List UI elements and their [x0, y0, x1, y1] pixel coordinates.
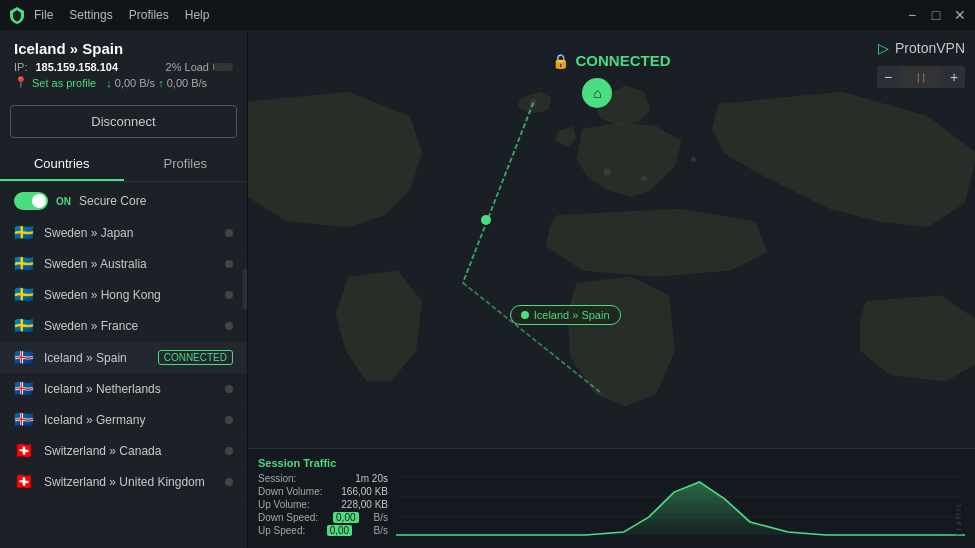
ip-row: IP: 185.159.158.104 2% Load — [14, 61, 233, 73]
server-list: 🇸🇪 Sweden » Japan 🇸🇪 Sweden » Australia … — [0, 218, 247, 548]
secure-core-toggle[interactable] — [14, 192, 48, 210]
menu-profiles[interactable]: Profiles — [129, 8, 169, 22]
map-connected-status: 🔒 CONNECTED — [552, 52, 670, 69]
brand-name: ProtonVPN — [895, 40, 965, 56]
list-item[interactable]: 🇸🇪 Sweden » Japan — [0, 218, 247, 249]
up-speed-label: Up Speed: — [258, 525, 305, 536]
secure-core-label: Secure Core — [79, 194, 146, 208]
svg-point-2 — [641, 175, 647, 181]
sidebar-tabs: Countries Profiles — [0, 148, 247, 182]
list-item-active[interactable]: 🇮🇸 Iceland » Spain CONNECTED — [0, 342, 247, 374]
server-dot — [225, 260, 233, 268]
up-speed-unit: B/s — [374, 525, 388, 536]
chart-y-label: Traffic — [954, 457, 963, 537]
sidebar: Iceland » Spain IP: 185.159.158.104 2% L… — [0, 30, 248, 548]
list-item[interactable]: 🇨🇭 Switzerland » United Kingdom — [0, 467, 247, 498]
titlebar-menu: File Settings Profiles Help — [34, 8, 209, 22]
server-name: Sweden » Japan — [44, 226, 215, 240]
window-controls: − □ ✕ — [905, 8, 967, 22]
traffic-chart: Traffic — [396, 457, 965, 537]
list-item[interactable]: 🇮🇸 Iceland » Germany — [0, 405, 247, 436]
down-speed-unit: B/s — [374, 512, 388, 523]
home-icon: ⌂ — [593, 85, 601, 101]
session-label: Session: — [258, 473, 296, 484]
server-name: Iceland » Germany — [44, 413, 215, 427]
svg-point-1 — [603, 168, 610, 175]
location-dot — [521, 311, 529, 319]
traffic-title: Session Traffic — [258, 457, 388, 469]
server-dot — [225, 447, 233, 455]
down-vol-value: 166,00 KB — [341, 486, 388, 497]
up-vol-row: Up Volume: 228,00 KB — [258, 499, 388, 510]
flag-iceland-de: 🇮🇸 — [14, 413, 34, 427]
tab-countries[interactable]: Countries — [0, 148, 124, 181]
server-dot — [225, 291, 233, 299]
maximize-button[interactable]: □ — [929, 8, 943, 22]
server-name: Sweden » Australia — [44, 257, 215, 271]
down-speed: 0,00 B/s — [115, 77, 155, 89]
server-name: Switzerland » United Kingdom — [44, 475, 215, 489]
brand-badge: ▷ ProtonVPN — [878, 40, 965, 56]
flag-sweden-japan: 🇸🇪 — [14, 226, 34, 240]
zoom-in-button[interactable]: + — [943, 66, 965, 88]
set-profile-link[interactable]: 📍 Set as profile ↓ 0,00 B/s ↑ 0,00 B/s — [14, 76, 233, 89]
up-vol-label: Up Volume: — [258, 499, 310, 510]
toggle-knob — [32, 194, 46, 208]
session-row: Session: 1m 20s — [258, 473, 388, 484]
list-item[interactable]: 🇨🇭 Switzerland » Canada — [0, 436, 247, 467]
server-name: Switzerland » Canada — [44, 444, 215, 458]
down-vol-row: Down Volume: 166,00 KB — [258, 486, 388, 497]
server-dot — [225, 385, 233, 393]
svg-point-4 — [529, 99, 536, 106]
server-name: Iceland » Netherlands — [44, 382, 215, 396]
server-dot — [225, 229, 233, 237]
ip-label: IP: — [14, 61, 27, 73]
zoom-level: | | — [901, 66, 941, 88]
on-label: ON — [56, 196, 71, 207]
list-item[interactable]: 🇸🇪 Sweden » Australia — [0, 249, 247, 280]
flag-iceland-nl: 🇮🇸 — [14, 382, 34, 396]
ip-value: 185.159.158.104 — [35, 61, 118, 73]
menu-file[interactable]: File — [34, 8, 53, 22]
connected-text: CONNECTED — [575, 52, 670, 69]
load-bar — [213, 63, 233, 71]
server-name: Iceland » Spain — [44, 351, 148, 365]
server-dot — [225, 478, 233, 486]
minimize-button[interactable]: − — [905, 8, 919, 22]
up-arrow-icon: ↑ — [158, 77, 164, 89]
disconnect-button[interactable]: Disconnect — [10, 105, 237, 138]
svg-point-3 — [691, 157, 696, 162]
list-item[interactable]: 🇮🇸 Iceland » Netherlands — [0, 374, 247, 405]
list-item[interactable]: 🇸🇪 Sweden » France — [0, 311, 247, 342]
server-dot — [225, 416, 233, 424]
server-dot — [225, 322, 233, 330]
list-item[interactable]: 🇸🇪 Sweden » Hong Kong — [0, 280, 247, 311]
load-label: 2% Load — [166, 61, 209, 73]
secure-core-row: ON Secure Core — [0, 186, 247, 218]
close-button[interactable]: ✕ — [953, 8, 967, 22]
flag-iceland-spain: 🇮🇸 — [14, 351, 34, 365]
zoom-out-button[interactable]: − — [877, 66, 899, 88]
down-arrow-icon: ↓ — [106, 77, 112, 89]
traffic-panel: Session Traffic Session: 1m 20s Down Vol… — [248, 448, 975, 548]
flag-sweden-australia: 🇸🇪 — [14, 257, 34, 271]
connection-title: Iceland » Spain — [14, 40, 233, 57]
flag-sweden-hk: 🇸🇪 — [14, 288, 34, 302]
flag-swiss-canada: 🇨🇭 — [14, 444, 34, 458]
flag-swiss-uk: 🇨🇭 — [14, 475, 34, 489]
chart-svg — [396, 457, 965, 537]
down-speed-value: 0,00 — [333, 512, 358, 523]
up-vol-value: 228,00 KB — [341, 499, 388, 510]
menu-settings[interactable]: Settings — [69, 8, 112, 22]
location-name: Iceland » Spain — [534, 309, 610, 321]
tab-profiles[interactable]: Profiles — [124, 148, 248, 181]
flag-sweden-france: 🇸🇪 — [14, 319, 34, 333]
connection-info: Iceland » Spain IP: 185.159.158.104 2% L… — [0, 30, 247, 99]
speed-display: ↓ 0,00 B/s ↑ 0,00 B/s — [106, 77, 207, 89]
traffic-stats: Session Traffic Session: 1m 20s Down Vol… — [258, 457, 388, 538]
pin-icon: 📍 — [14, 76, 28, 89]
brand-icon: ▷ — [878, 40, 889, 56]
down-vol-label: Down Volume: — [258, 486, 322, 497]
menu-help[interactable]: Help — [185, 8, 210, 22]
session-value: 1m 20s — [355, 473, 388, 484]
